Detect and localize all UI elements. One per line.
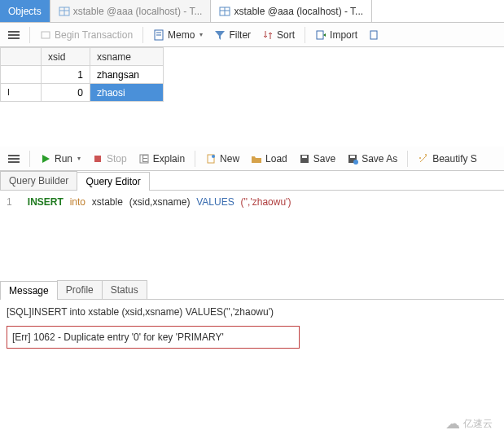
sort-button[interactable]: Sort: [257, 27, 300, 43]
export-button[interactable]: [364, 27, 385, 43]
chevron-down-icon: ▾: [199, 31, 203, 38]
chevron-down-icon: ▾: [77, 155, 81, 162]
tab-profile[interactable]: Profile: [57, 280, 103, 299]
begin-transaction-button[interactable]: Begin Transaction: [35, 27, 138, 43]
svg-point-16: [212, 155, 215, 158]
message-panel: [SQL]INSERT into xstable (xsid,xsname) V…: [0, 300, 504, 355]
run-button[interactable]: Run ▾: [35, 151, 85, 167]
btn-label: Stop: [107, 153, 127, 165]
sql-editor[interactable]: 1 INSERT into xstable (xsid,xsname) VALU…: [0, 191, 504, 256]
stop-icon: [92, 153, 103, 165]
sql-echo: [SQL]INSERT into xstable (xsid,xsname) V…: [7, 306, 497, 318]
sql-token: xstable: [92, 196, 123, 208]
explain-button[interactable]: E Explain: [134, 151, 190, 167]
table-icon: [219, 6, 230, 17]
row-marker-edit: I: [1, 84, 42, 102]
data-grid[interactable]: xsid xsname 1 zhangsan I 0 zhaosi: [0, 47, 164, 102]
btn-label: Beautify S: [432, 153, 477, 165]
stop-button[interactable]: Stop: [87, 151, 132, 167]
save-as-button[interactable]: Save As: [342, 151, 402, 167]
tab-status[interactable]: Status: [102, 280, 147, 299]
svg-rect-11: [370, 31, 377, 39]
tab-query-builder[interactable]: Query Builder: [0, 171, 77, 190]
svg-text:E: E: [142, 153, 148, 165]
separator: [29, 151, 30, 167]
separator: [29, 27, 30, 43]
col-header-xsname[interactable]: xsname: [90, 48, 164, 66]
separator: [142, 27, 143, 43]
menu-button[interactable]: [3, 151, 24, 167]
error-message: [Err] 1062 - Duplicate entry '0' for key…: [7, 326, 300, 349]
row-marker-header: [1, 48, 42, 66]
filter-button[interactable]: Filter: [209, 27, 256, 43]
tab-query-editor[interactable]: Query Editor: [77, 172, 149, 191]
memo-icon: [153, 29, 164, 41]
separator: [407, 151, 408, 167]
watermark-logo: ☁ 亿速云: [445, 415, 493, 432]
memo-button[interactable]: Memo ▾: [148, 27, 208, 43]
save-button[interactable]: Save: [294, 151, 340, 167]
btn-label: Explain: [153, 153, 185, 165]
import-icon: [315, 29, 327, 41]
btn-label: Import: [330, 29, 357, 41]
btn-label: Sort: [277, 29, 295, 41]
col-header-xsid[interactable]: xsid: [42, 48, 90, 66]
btn-label: Save As: [362, 153, 397, 165]
sql-token: ('','zhaowu'): [241, 196, 291, 208]
load-button[interactable]: Load: [246, 151, 292, 167]
load-icon: [251, 153, 262, 165]
btn-label: Save: [313, 153, 335, 165]
sql-keyword: INSERT: [28, 196, 64, 208]
new-button[interactable]: New: [200, 151, 244, 167]
tab-message[interactable]: Message: [0, 281, 58, 300]
line-number: 1: [7, 196, 21, 208]
menu-button[interactable]: [3, 27, 24, 43]
sql-keyword: VALUES: [196, 196, 234, 208]
svg-rect-18: [302, 156, 307, 158]
separator: [195, 151, 195, 167]
separator: [305, 27, 305, 43]
table-row[interactable]: I 0 zhaosi: [1, 84, 164, 102]
svg-point-21: [353, 160, 358, 165]
tab-objects[interactable]: Objects: [0, 0, 50, 22]
table-icon: [59, 6, 70, 17]
tab-xstable-2[interactable]: xstable @aaa (localhost) - T...: [211, 0, 372, 22]
svg-rect-6: [42, 32, 50, 38]
sort-icon: [262, 29, 274, 41]
btn-label: Filter: [229, 29, 251, 41]
play-icon: [40, 153, 51, 165]
tab-xstable-1[interactable]: xstable @aaa (localhost) - T...: [50, 0, 212, 22]
hamburger-icon: [8, 29, 20, 41]
tab-label: xstable @aaa (localhost) - T...: [234, 6, 363, 17]
wand-icon: [418, 153, 429, 165]
svg-rect-20: [350, 156, 355, 158]
save-icon: [299, 153, 310, 165]
cell-xsid[interactable]: 1: [42, 66, 90, 84]
logo-text: 亿速云: [463, 417, 493, 431]
cell-xsid[interactable]: 0: [42, 84, 90, 102]
transaction-icon: [40, 29, 51, 41]
hamburger-icon: [8, 153, 20, 165]
cell-xsname-selected[interactable]: zhaosi: [90, 84, 164, 102]
btn-label: Begin Transaction: [55, 29, 133, 41]
sql-token: (xsid,xsname): [129, 196, 191, 208]
explain-icon: E: [138, 153, 150, 165]
beautify-button[interactable]: Beautify S: [413, 151, 482, 167]
cloud-icon: ☁: [445, 415, 460, 432]
tab-label: xstable @aaa (localhost) - T...: [73, 6, 203, 17]
save-as-icon: [347, 153, 358, 165]
cell-xsname[interactable]: zhangsan: [90, 66, 164, 84]
btn-label: Memo: [168, 29, 195, 41]
btn-label: New: [220, 153, 239, 165]
btn-label: Run: [55, 153, 72, 165]
filter-icon: [214, 29, 226, 41]
new-icon: [205, 153, 217, 165]
export-icon: [369, 29, 380, 41]
svg-rect-12: [94, 156, 101, 162]
import-button[interactable]: Import: [310, 27, 362, 43]
sql-keyword: into: [70, 196, 85, 208]
svg-rect-10: [317, 31, 323, 39]
btn-label: Load: [265, 153, 287, 165]
table-row[interactable]: 1 zhangsan: [1, 66, 164, 84]
row-marker: [1, 66, 42, 84]
